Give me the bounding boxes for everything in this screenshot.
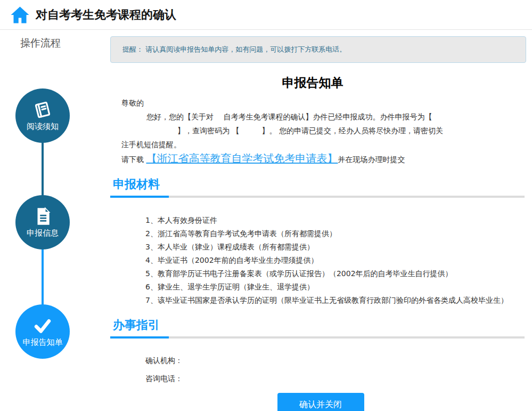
page-header: 对自考考生免考课程的确认 xyxy=(0,0,532,30)
materials-list: 1、本人有效身份证件 2、浙江省高等教育自学考试免考申请表（所有都需提供） 3、… xyxy=(110,214,527,307)
materials-list-item: 7、该毕业证书国家是否承认学历的证明（限毕业证书上无省级教育行政部门验印的外省各… xyxy=(145,294,527,307)
home-icon[interactable] xyxy=(10,6,30,24)
guide-section-divider xyxy=(110,336,525,339)
download-line: 请下载 【浙江省高等教育自学考试免考申请表】并在现场办理时提交 xyxy=(110,151,527,166)
notice-line: 注手机短信提醒。 xyxy=(110,138,527,151)
exemption-form-download-link[interactable]: 【浙江省高等教育自学考试免考申请表】 xyxy=(146,152,338,165)
step-label: 阅读须知 xyxy=(27,122,59,132)
guide-rows: 确认机构： 咨询电话： xyxy=(110,351,527,388)
materials-section-divider xyxy=(110,196,525,198)
download-prefix: 请下载 xyxy=(121,155,146,164)
step-label: 申报告知单 xyxy=(23,337,63,348)
book-icon xyxy=(32,100,53,120)
materials-list-item: 1、本人有效身份证件 xyxy=(145,214,527,227)
materials-list-item: 5、教育部学历证书电子注册备案表（或学历认证报告）（2002年后的自考毕业生自行… xyxy=(145,267,527,280)
materials-list-item: 3、本人毕业（肄业）课程成绩表（所有都需提供） xyxy=(145,240,527,254)
consult-phone-label: 咨询电话： xyxy=(145,369,527,388)
document-icon xyxy=(32,206,53,227)
materials-list-item: 6、肄业生、退学生学历证明（肄业生、退学提供） xyxy=(145,280,527,294)
step-application-info[interactable]: 申报信息 xyxy=(15,195,70,249)
check-icon xyxy=(32,316,53,336)
process-sidebar-title: 操作流程 xyxy=(20,36,110,50)
download-suffix: 并在现场办理时提交 xyxy=(338,155,405,164)
reminder-banner: 提醒： 请认真阅读申报告知单内容，如有问题，可以拨打下方联系电话。 xyxy=(110,36,526,63)
process-sidebar: 操作流程 阅读须知 申报信息 xyxy=(0,30,110,411)
step-notice-sheet[interactable]: 申报告知单 xyxy=(15,304,70,359)
notice-title: 申报告知单 xyxy=(110,75,515,91)
notice-line: 您好，您的【关于对 自考考生免考课程的确认】办件已经申报成功。办件申报号为【 xyxy=(110,110,527,124)
section-divider-accent xyxy=(110,336,169,339)
section-divider-accent xyxy=(110,196,169,198)
step-label: 申报信息 xyxy=(27,228,59,238)
materials-section-heading: 申报材料 xyxy=(110,176,527,192)
page-title: 对自考考生免考课程的确认 xyxy=(36,7,176,23)
guide-section-heading: 办事指引 xyxy=(110,317,527,333)
step-read-notice[interactable]: 阅读须知 xyxy=(15,88,70,143)
notice-line: 】，查询密码为 【 】。 您的申请已提交，经办人员将尽快办理，请密切关 xyxy=(110,124,527,138)
notice-line: 尊敬的 xyxy=(110,96,527,110)
main-content: 提醒： 请认真阅读申报告知单内容，如有问题，可以拨打下方联系电话。 申报告知单 … xyxy=(110,30,527,411)
button-row: 确认并关闭 xyxy=(110,393,531,411)
page: 对自考考生免考课程的确认 操作流程 阅读须知 xyxy=(0,0,532,411)
notice-paragraph: 尊敬的 您好，您的【关于对 自考考生免考课程的确认】办件已经申报成功。办件申报号… xyxy=(110,96,527,166)
materials-list-item: 2、浙江省高等教育自学考试免考申请表（所有都需提供） xyxy=(145,227,527,240)
confirm-and-close-button[interactable]: 确认并关闭 xyxy=(277,393,364,411)
materials-list-item: 4、毕业证书（2002年前的自考毕业生办理须提供） xyxy=(145,254,527,267)
reminder-text: 提醒： 请认真阅读申报告知单内容，如有问题，可以拨打下方联系电话。 xyxy=(122,45,346,54)
confirm-org-label: 确认机构： xyxy=(145,351,527,369)
